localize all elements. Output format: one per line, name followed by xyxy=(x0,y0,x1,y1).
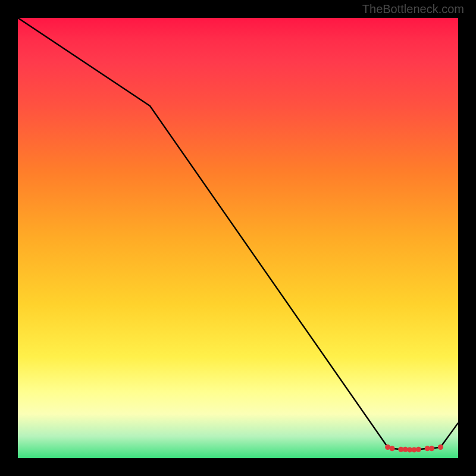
chart-plot-area xyxy=(18,18,458,458)
attribution-text: TheBottleneck.com xyxy=(362,2,464,16)
